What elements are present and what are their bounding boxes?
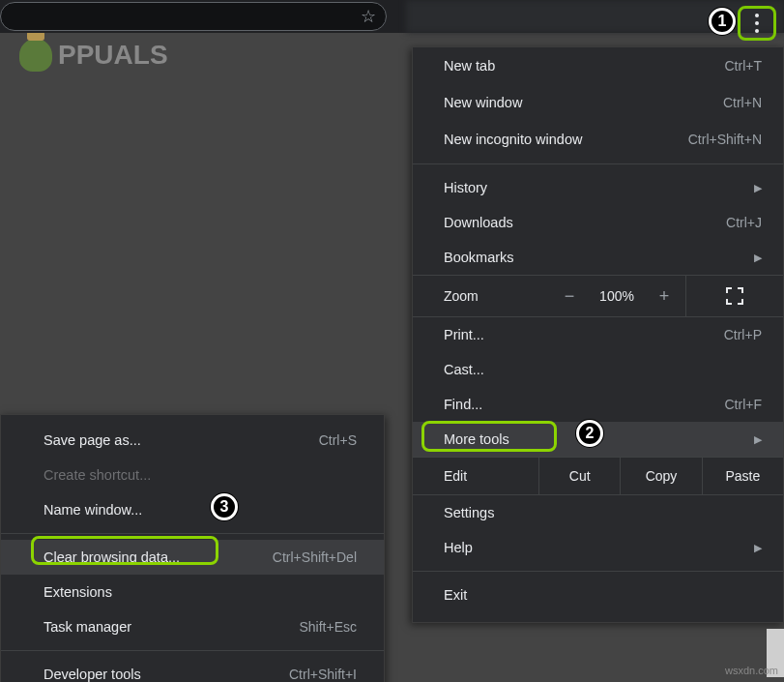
logo-text: PPUALS xyxy=(58,40,168,71)
browser-toolbar: ☆ xyxy=(0,0,784,33)
menu-shortcut: Ctrl+Shift+Del xyxy=(273,549,357,565)
zoom-in-button[interactable]: + xyxy=(643,286,685,307)
menu-shortcut: Ctrl+N xyxy=(723,95,762,110)
menu-label: Task manager xyxy=(44,619,131,635)
menu-item-new-window[interactable]: New window Ctrl+N xyxy=(413,84,783,121)
menu-label: New incognito window xyxy=(444,132,582,147)
menu-label: Clear browsing data... xyxy=(44,549,180,565)
menu-shortcut: Ctrl+T xyxy=(725,58,763,74)
menu-label: New window xyxy=(444,95,522,110)
three-dots-menu-button[interactable] xyxy=(738,6,776,41)
menu-separator xyxy=(1,533,384,534)
menu-item-cast[interactable]: Cast... xyxy=(413,352,783,387)
menu-label: Print... xyxy=(444,327,484,342)
logo: PPUALS xyxy=(19,39,168,72)
menu-separator xyxy=(413,163,783,164)
bookmark-star-icon[interactable]: ☆ xyxy=(361,6,376,27)
watermark: wsxdn.com xyxy=(725,665,778,676)
menu-label: More tools xyxy=(444,431,509,447)
chevron-right-icon: ▶ xyxy=(754,182,762,194)
menu-item-exit[interactable]: Exit xyxy=(413,578,783,612)
menu-label: Cast... xyxy=(444,362,484,377)
kebab-icon xyxy=(755,14,759,33)
menu-shortcut: Ctrl+J xyxy=(726,215,762,230)
more-tools-submenu: Save page as... Ctrl+S Create shortcut..… xyxy=(0,414,385,682)
menu-label: History xyxy=(444,180,487,195)
menu-item-settings[interactable]: Settings xyxy=(413,495,783,530)
zoom-label: Zoom xyxy=(413,288,548,304)
menu-label: Create shortcut... xyxy=(44,467,151,483)
callout-badge-3: 3 xyxy=(211,493,238,520)
submenu-item-task-manager[interactable]: Task manager Shift+Esc xyxy=(1,609,384,644)
logo-mascot-icon xyxy=(19,39,52,72)
main-menu: New tab Ctrl+T New window Ctrl+N New inc… xyxy=(412,46,784,623)
zoom-out-button[interactable]: − xyxy=(548,286,591,307)
submenu-item-name-window[interactable]: Name window... xyxy=(1,492,384,527)
edit-paste-button[interactable]: Paste xyxy=(702,458,783,494)
menu-separator xyxy=(413,571,783,572)
menu-label: New tab xyxy=(444,58,495,74)
chevron-right-icon: ▶ xyxy=(754,252,762,264)
menu-shortcut: Shift+Esc xyxy=(299,619,357,635)
edit-cut-button[interactable]: Cut xyxy=(538,458,620,494)
menu-item-new-tab[interactable]: New tab Ctrl+T xyxy=(413,47,783,84)
menu-item-find[interactable]: Find... Ctrl+F xyxy=(413,387,783,422)
edit-label: Edit xyxy=(413,468,538,484)
menu-label: Find... xyxy=(444,397,482,412)
menu-label: Extensions xyxy=(44,584,112,600)
menu-item-help[interactable]: Help ▶ xyxy=(413,530,783,565)
menu-label: Name window... xyxy=(44,502,142,518)
submenu-item-developer-tools[interactable]: Developer tools Ctrl+Shift+I xyxy=(1,657,384,682)
menu-label: Exit xyxy=(444,587,467,603)
edit-copy-button[interactable]: Copy xyxy=(620,458,701,494)
menu-shortcut: Ctrl+Shift+N xyxy=(688,132,762,147)
menu-separator xyxy=(1,650,384,651)
menu-shortcut: Ctrl+F xyxy=(725,397,763,412)
menu-item-new-incognito[interactable]: New incognito window Ctrl+Shift+N xyxy=(413,121,783,158)
callout-badge-2: 2 xyxy=(576,420,603,447)
menu-item-history[interactable]: History ▶ xyxy=(413,170,783,205)
menu-item-downloads[interactable]: Downloads Ctrl+J xyxy=(413,205,783,240)
submenu-item-save-page[interactable]: Save page as... Ctrl+S xyxy=(1,423,384,458)
address-bar[interactable]: ☆ xyxy=(0,2,387,31)
chevron-right-icon: ▶ xyxy=(754,542,762,554)
menu-label: Save page as... xyxy=(44,432,141,448)
menu-item-print[interactable]: Print... Ctrl+P xyxy=(413,317,783,352)
callout-badge-1: 1 xyxy=(709,8,736,35)
submenu-item-extensions[interactable]: Extensions xyxy=(1,575,384,609)
fullscreen-icon xyxy=(726,287,743,305)
menu-shortcut: Ctrl+S xyxy=(319,432,357,448)
menu-edit-row: Edit Cut Copy Paste xyxy=(413,457,783,495)
chevron-right-icon: ▶ xyxy=(754,433,762,446)
submenu-item-create-shortcut: Create shortcut... xyxy=(1,458,384,492)
menu-zoom-row: Zoom − 100% + xyxy=(413,275,783,317)
menu-shortcut: Ctrl+P xyxy=(724,327,762,342)
fullscreen-button[interactable] xyxy=(685,276,783,316)
menu-label: Downloads xyxy=(444,215,513,230)
submenu-item-clear-browsing-data[interactable]: Clear browsing data... Ctrl+Shift+Del xyxy=(1,540,384,575)
menu-label: Bookmarks xyxy=(444,250,514,265)
menu-label: Help xyxy=(444,540,473,555)
menu-label: Developer tools xyxy=(44,667,141,682)
menu-item-bookmarks[interactable]: Bookmarks ▶ xyxy=(413,240,783,275)
menu-shortcut: Ctrl+Shift+I xyxy=(289,667,357,682)
zoom-percentage: 100% xyxy=(591,288,643,304)
menu-label: Settings xyxy=(444,505,494,520)
